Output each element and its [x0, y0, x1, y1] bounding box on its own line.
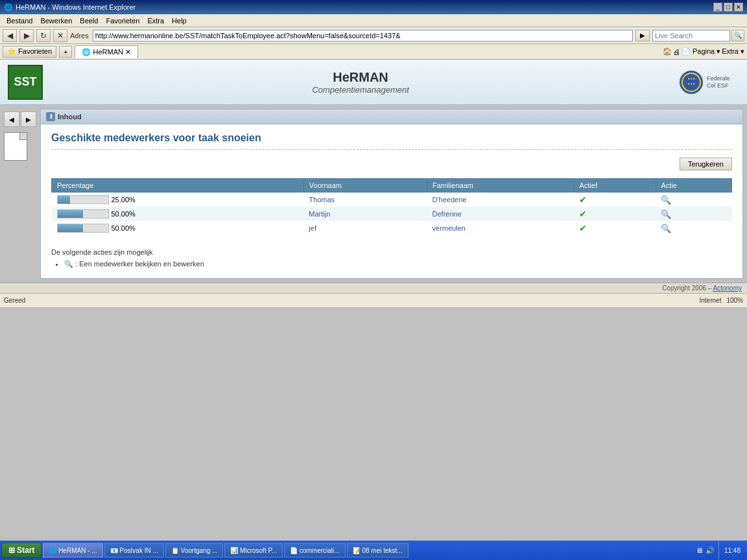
left-nav: ◀ ▶: [4, 109, 36, 279]
tab-icon: 🌐: [82, 48, 91, 56]
browser-tab-herman[interactable]: 🌐 HeRMAN ✕: [75, 45, 138, 58]
menu-bar: Bestand Bewerken Beeld Favorieten Extra …: [0, 14, 747, 27]
taskbar-icon-herman: 🌐: [49, 547, 56, 554]
app-title-area: HeRMAN Competentiemanagement: [43, 70, 678, 95]
familienaam-link[interactable]: vermeulen: [433, 224, 466, 232]
data-table: Percentage Voornaam Familienaam Actief A…: [51, 178, 732, 235]
cell-actie: 🔍: [656, 221, 731, 235]
terugkeren-button[interactable]: Terugkeren: [680, 158, 732, 170]
progress-bar-container: [57, 224, 109, 233]
page-menu[interactable]: 📄 Pagina ▾: [682, 47, 720, 56]
voornaam-link[interactable]: Martijn: [309, 210, 330, 218]
tools-menu[interactable]: Extra ▾: [722, 47, 744, 56]
content-body: Geschikte medewerkers voor taak snoeien …: [41, 124, 742, 278]
table-row: 25.00% Thomas D'heedene ✔ 🔍: [52, 192, 732, 207]
esf-emblem: ★★★ ★★★: [678, 69, 704, 95]
actief-check-icon: ✔: [579, 209, 587, 219]
cell-actief: ✔: [574, 221, 656, 235]
close-button[interactable]: ✕: [734, 3, 743, 12]
taskbar-item-voortgang[interactable]: 📋 Voortgang ...: [165, 543, 224, 557]
col-familienaam: Familienaam: [427, 179, 574, 192]
actie-search-icon[interactable]: 🔍: [661, 224, 671, 233]
content-header-icon: ℹ: [46, 112, 55, 121]
menu-help[interactable]: Help: [168, 16, 191, 26]
menu-bewerken[interactable]: Bewerken: [36, 16, 76, 26]
voornaam-link[interactable]: Thomas: [309, 196, 335, 204]
progress-bar-fill: [58, 196, 71, 204]
forward-button[interactable]: ▶: [19, 29, 34, 42]
back-button[interactable]: ◀: [3, 29, 17, 42]
taskbar-item-postvak[interactable]: 📧 Postvak IN ...: [104, 543, 164, 557]
cell-familienaam: Defrenne: [427, 207, 574, 221]
favorites-button[interactable]: ⭐ Favorieten: [3, 46, 56, 58]
start-button[interactable]: ⊞ Start: [1, 542, 42, 558]
address-bar: ◀ ▶ ↻ ✕ Adres ▶ 🔍: [0, 27, 747, 44]
table-row: 50.00% Martijn Defrenne ✔ 🔍: [52, 207, 732, 221]
percentage-text: 50.00%: [112, 210, 136, 218]
taskbar-item-tekst[interactable]: 📝 08 mei tekst...: [347, 543, 409, 557]
menu-favorieten[interactable]: Favorieten: [102, 16, 143, 26]
col-actief: Actief: [574, 179, 656, 192]
status-text: Gereed: [4, 297, 694, 304]
search-input[interactable]: [652, 30, 730, 41]
menu-extra[interactable]: Extra: [143, 16, 168, 26]
go-button[interactable]: ▶: [635, 30, 650, 41]
progress-bar-container: [57, 209, 109, 218]
page-heading: Geschikte medewerkers voor taak snoeien: [51, 132, 732, 150]
progress-bar-fill: [58, 224, 83, 232]
print-icon[interactable]: 🖨: [673, 48, 680, 56]
taskbar-item-microsoft[interactable]: 📊 Microsoft P...: [224, 543, 283, 557]
volume-icon: 🔊: [706, 546, 715, 555]
status-bar: Gereed Internet 100%: [0, 293, 747, 307]
familienaam-link[interactable]: D'heedene: [433, 196, 467, 204]
actief-check-icon: ✔: [579, 194, 587, 205]
svg-text:★★★: ★★★: [687, 76, 696, 80]
action-item: 🔍 : Een medewerker bekijken en bewerken: [64, 260, 732, 268]
nav-forward-button[interactable]: ▶: [21, 111, 36, 127]
esf-label: Federale Cel ESF: [707, 75, 739, 89]
favorites-bar: ⭐ Favorieten + 🌐 HeRMAN ✕ 🏠 🖨 📄 Pagina ▾…: [0, 44, 747, 60]
taskbar-item-commerciali[interactable]: 📄 commerciali...: [284, 543, 345, 557]
cell-voornaam: jef: [303, 221, 427, 235]
actie-search-icon[interactable]: 🔍: [661, 195, 671, 205]
cell-percentage: 50.00%: [52, 221, 304, 235]
familienaam-link[interactable]: Defrenne: [433, 210, 462, 218]
document-icon: [4, 132, 27, 161]
start-label: Start: [17, 546, 34, 555]
cell-familienaam: D'heedene: [427, 192, 574, 207]
menu-beeld[interactable]: Beeld: [76, 16, 102, 26]
copyright-text: Copyright 2006 –: [662, 285, 713, 292]
cell-voornaam: Martijn: [303, 207, 427, 221]
browser-icon: 🌐: [4, 3, 13, 12]
copyright-link[interactable]: Actonomy: [713, 285, 742, 292]
taskbar: ⊞ Start 🌐 HeRMAN - ... 📧 Postvak IN ... …: [0, 541, 747, 560]
app-subtitle: Competentiemanagement: [43, 85, 678, 95]
cell-percentage: 50.00%: [52, 207, 304, 221]
address-input[interactable]: [93, 30, 633, 41]
add-tab-button[interactable]: +: [59, 46, 72, 58]
cell-familienaam: vermeulen: [427, 221, 574, 235]
voornaam-link[interactable]: jef: [309, 224, 316, 232]
actief-check-icon: ✔: [579, 223, 587, 233]
app-header: SST HeRMAN Competentiemanagement ★★★ ★★★…: [0, 60, 747, 105]
action-search-icon: 🔍: [64, 260, 73, 268]
svg-text:★★★: ★★★: [687, 82, 696, 86]
col-voornaam: Voornaam: [303, 179, 427, 192]
col-actie: Actie: [656, 179, 731, 192]
copyright-bar: Copyright 2006 – Actonomy: [0, 283, 747, 293]
main-area: ◀ ▶ ℹ Inhoud Geschikte medewerkers voor …: [0, 105, 747, 283]
menu-bestand[interactable]: Bestand: [3, 16, 36, 26]
restore-button[interactable]: □: [724, 3, 733, 12]
stop-button[interactable]: ✕: [53, 29, 67, 42]
refresh-button[interactable]: ↻: [36, 29, 51, 42]
nav-back-button[interactable]: ◀: [4, 111, 19, 127]
home-icon[interactable]: 🏠: [663, 47, 672, 56]
minimize-button[interactable]: _: [713, 3, 722, 12]
network-icon: 🖥: [696, 546, 703, 554]
zoom-level: 100%: [726, 297, 743, 304]
percentage-text: 50.00%: [112, 224, 136, 232]
search-button[interactable]: 🔍: [731, 30, 744, 41]
cell-voornaam: Thomas: [303, 192, 427, 207]
actie-search-icon[interactable]: 🔍: [661, 209, 671, 219]
taskbar-item-herman[interactable]: 🌐 HeRMAN - ...: [43, 543, 102, 557]
